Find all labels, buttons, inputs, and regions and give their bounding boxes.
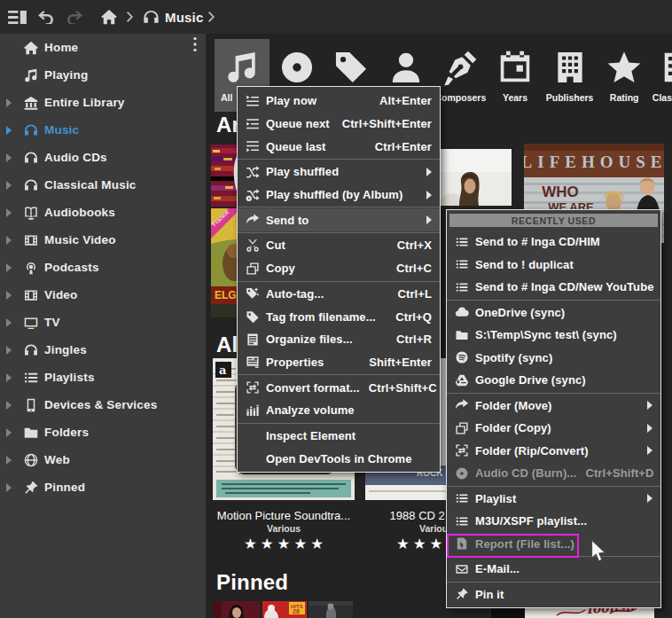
breadcrumb-chevron-icon[interactable] [207,0,217,34]
expand-arrow-icon[interactable] [5,318,12,327]
view-tab-composers[interactable]: Composers [433,39,488,112]
view-tab-rating[interactable]: Rating [597,39,652,112]
menu-item-label: Play now [266,94,371,107]
sidebar-item-music[interactable]: Music [0,116,206,144]
expand-arrow-icon[interactable] [5,236,12,245]
submenu-item-email[interactable]: E-Mail... [447,558,660,581]
sidebar-item-label: TV [44,316,60,329]
sidebar-item-tv[interactable]: TV [0,309,206,336]
submenu-item-audio-cd-burn[interactable]: Audio CD (Burn)... Ctrl+Shift+D [447,462,660,485]
menu-separator [447,582,660,583]
submenu-item-send-duplicat[interactable]: Send to ! duplicat [447,254,660,277]
disc-icon [277,45,317,90]
menu-separator [238,281,440,282]
expand-arrow-icon[interactable] [5,126,12,135]
submenu-item-google-drive-sync[interactable]: Google Drive (sync) [447,369,660,392]
submenu-item-m3u-xspf-playlist[interactable]: M3U/XSPF playlist... [447,510,660,533]
sidebar-item-podcasts[interactable]: Podcasts [0,254,206,281]
audio-cd-icon [454,465,469,481]
sidebar-item-audiobooks[interactable]: Audiobooks [0,199,206,226]
expand-arrow-icon[interactable] [5,373,12,382]
sidebar-item-music-video[interactable]: Music Video [0,226,206,254]
home-icon [23,40,39,56]
sidebar-item-entire-library[interactable]: Entire Library [0,89,206,116]
menu-item-organize-files[interactable]: Organize files... Ctrl+R [238,328,440,351]
sidebar-item-home[interactable]: Home [0,34,206,61]
breadcrumb-location-label[interactable]: Music [165,0,204,34]
submenu-item-folder-copy[interactable]: Folder (Copy) [447,417,660,440]
pinned-cover[interactable] [309,601,353,618]
sidebar-item-playing[interactable]: Playing [0,61,206,89]
headphones-icon [23,122,39,138]
menu-item-play-shuffled[interactable]: Play shuffled [238,160,440,184]
menu-item-analyze-volume[interactable]: Analyze volume [238,399,440,422]
submenu-item-folder-move[interactable]: Folder (Move) [447,395,660,418]
undo-button[interactable] [34,0,57,34]
expand-arrow-icon[interactable] [5,291,12,300]
menu-item-queue-next[interactable]: Queue next Ctrl+Shift+Enter [238,113,440,136]
submenu-arrow-icon [647,424,652,433]
expand-arrow-icon[interactable] [5,346,12,355]
menu-item-label: Tag from filename... [266,310,387,324]
expand-arrow-icon[interactable] [5,208,12,217]
view-tab-publishers[interactable]: Publishers [543,39,598,112]
expand-arrow-icon[interactable] [5,263,12,272]
sidebar-item-pinned[interactable]: Pinned [0,473,206,501]
album-rating-stars[interactable]: ★★★★★ [210,536,361,552]
menu-item-play-now[interactable]: Play now Alt+Enter [238,90,440,113]
submenu-item-playlist[interactable]: Playlist [447,488,660,511]
sidebar-item-web[interactable]: Web [0,446,206,473]
menu-item-cut[interactable]: Cut Ctrl+X [238,234,440,257]
sidebar-item-devices-services[interactable]: Devices & Services [0,391,206,419]
sidebar-item-classical-music[interactable]: Classical Music [0,171,206,199]
sidebar-item-folders[interactable]: Folders [0,419,206,446]
menu-item-auto-tag[interactable]: Auto-tag... Ctrl+L [238,283,440,306]
submenu-item-onedrive-sync[interactable]: OneDrive (sync) [447,301,660,325]
expand-arrow-icon[interactable] [5,98,12,107]
sidebar-item-video[interactable]: Video [0,281,206,309]
menu-item-copy[interactable]: Copy Ctrl+C [238,257,440,280]
expand-arrow-icon[interactable] [5,483,12,492]
menu-item-label: Send to # Inga CD/HIM [475,235,652,248]
pinned-cover[interactable]: HITS 28 [262,601,307,618]
expand-arrow-icon[interactable] [5,401,12,410]
expand-arrow-icon[interactable] [5,153,12,162]
menu-item-queue-last[interactable]: Queue last Ctrl+Enter [238,135,440,158]
expand-arrow-icon[interactable] [5,456,12,465]
menu-item-open-devtools[interactable]: Open DevTools in Chrome [238,447,440,470]
sidebar-item-playlists[interactable]: Playlists [0,364,206,391]
sidebar: HomePlayingEntire LibraryMusicAudio CDsC… [0,34,206,618]
submenu-item-spotify-sync[interactable]: Spotify (sync) [447,347,660,370]
sidebar-item-audio-cds[interactable]: Audio CDs [0,144,206,171]
submenu-item-send-inga-cd-new-youtube[interactable]: Send to # Inga CD/New YouTube [447,276,660,299]
expand-arrow-icon[interactable] [5,181,12,190]
submenu-item-send-inga-cd-him[interactable]: Send to # Inga CD/HIM [447,231,660,254]
star-icon [604,45,645,90]
sidebar-item-label: Folders [44,426,89,439]
menu-item-tag-from-filename[interactable]: Tag from filename... Ctrl+Q [238,305,440,328]
mouse-cursor [590,539,607,564]
view-tab-classification[interactable]: Classification [652,39,672,112]
menu-item-properties[interactable]: Properties Shift+Enter [238,351,440,374]
sidebar-item-label: Entire Library [44,96,125,109]
breadcrumb-home-button[interactable] [98,0,121,34]
menu-item-inspect-element[interactable]: Inspect Element [238,425,440,448]
album-title[interactable]: Motion Picture Soundtra... [208,509,359,522]
submenu-item-pin-it[interactable]: Pin it [447,583,660,606]
view-tab-years[interactable]: Years [488,39,543,112]
menu-item-send-to[interactable]: Send to [238,208,440,231]
sidebar-toggle-button[interactable] [5,0,28,34]
menu-item-play-shuffled-by-album[interactable]: Play shuffled (by Album) [238,184,440,207]
sidebar-item-jingles[interactable]: Jingles [0,336,206,364]
menu-item-label: Send to [266,214,414,227]
redo-button[interactable] [64,0,87,34]
menu-item-convert-format[interactable]: Convert format... Ctrl+Shift+C [238,376,440,399]
pinned-cover[interactable] [213,601,260,618]
submenu-item-folder-rip-convert[interactable]: Folder (Rip/Convert) [447,440,660,463]
album-artist[interactable]: Various [208,523,359,534]
expand-arrow-icon[interactable] [5,428,12,437]
folder-rip-convert-icon [454,443,469,458]
submenu-item-sync-folder[interactable]: S:\Temp\Sync test\ (sync) [447,324,660,347]
podcast-icon [23,260,39,276]
top-bar: Music [0,0,672,34]
